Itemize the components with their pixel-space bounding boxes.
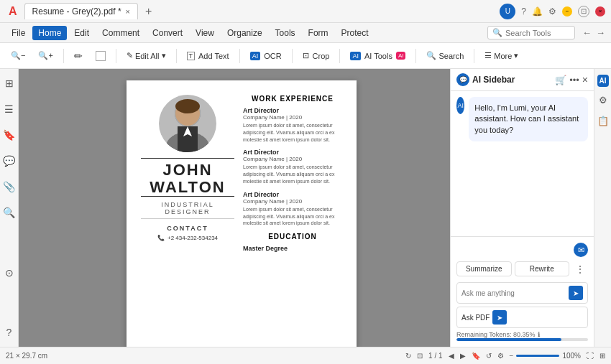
sidebar-icon-comments[interactable]: 💬 bbox=[0, 152, 18, 169]
pdf-job-desc-3: Lorem ipsum dolor sit amet, consectetur … bbox=[243, 206, 342, 227]
sidebar-icon-search[interactable]: 🔍 bbox=[0, 204, 18, 221]
more-button[interactable]: ☰ More ▾ bbox=[479, 49, 523, 62]
annotation-icon bbox=[96, 51, 106, 61]
zoom-slider[interactable] bbox=[516, 355, 559, 357]
menu-form[interactable]: Form bbox=[303, 26, 334, 40]
ask-pdf-label: Ask PDF bbox=[461, 314, 490, 322]
sidebar-icon-thumbnails[interactable]: ☰ bbox=[1, 101, 17, 118]
zoom-in-button[interactable]: 🔍+ bbox=[33, 49, 58, 62]
ai-sidebar-footer: ✉ Summarize Rewrite ⋮ ➤ Ask PDF ➤ Remain… bbox=[451, 236, 594, 347]
edit-all-button[interactable]: ✎ Edit All ▾ bbox=[121, 49, 171, 62]
annotation-button[interactable] bbox=[91, 49, 111, 63]
search-tools-input[interactable] bbox=[505, 29, 570, 37]
sidebar-icon-attachments[interactable]: 📎 bbox=[0, 178, 18, 195]
close-window-button[interactable]: × bbox=[595, 6, 605, 17]
lumi-avatar: AI bbox=[456, 97, 464, 114]
separator-8 bbox=[474, 49, 474, 63]
nav-back-icon[interactable]: ← bbox=[582, 27, 592, 38]
menu-tools[interactable]: Tools bbox=[270, 26, 301, 40]
close-tab-button[interactable]: × bbox=[126, 7, 130, 16]
add-text-button[interactable]: T Add Text bbox=[182, 50, 234, 62]
toolbar: 🔍− 🔍+ ✏ ✎ Edit All ▾ T Add Text AI OCR ⊡… bbox=[0, 43, 611, 69]
page-dimensions: 21 × 29.7 cm bbox=[6, 352, 47, 360]
expand-icon[interactable]: ⊞ bbox=[599, 352, 605, 360]
menu-protect[interactable]: Protect bbox=[336, 26, 375, 40]
summarize-button[interactable]: Summarize bbox=[456, 261, 512, 276]
sidebar-icon-layers[interactable]: ⊙ bbox=[2, 264, 17, 281]
ai-ask-pdf-row: Ask PDF ➤ bbox=[456, 307, 588, 328]
menu-comment[interactable]: Comment bbox=[96, 26, 145, 40]
sidebar-icon-grid[interactable]: ⊞ bbox=[2, 75, 17, 92]
right-icon-bar: AI ⚙ 📋 bbox=[594, 69, 611, 347]
edit-icon: ✎ bbox=[127, 51, 133, 60]
menu-organize[interactable]: Organize bbox=[221, 26, 268, 40]
separator-2 bbox=[116, 49, 116, 63]
next-page-icon[interactable]: ▶ bbox=[460, 352, 466, 360]
ai-tokens-row: Remaining Tokens: 80.35% ℹ bbox=[456, 331, 588, 338]
ai-tools-button[interactable]: AI AI Tools AI bbox=[345, 50, 410, 62]
window-nav-actions: ← → bbox=[582, 27, 605, 38]
right-icon-ai[interactable]: AI bbox=[597, 75, 609, 87]
rewrite-button[interactable]: Rewrite bbox=[515, 261, 570, 276]
menu-view[interactable]: View bbox=[190, 26, 220, 40]
restore-button[interactable]: ⊡ bbox=[578, 6, 589, 17]
search-button[interactable]: 🔍 Search bbox=[421, 49, 469, 62]
right-icon-extra[interactable]: 📋 bbox=[595, 113, 611, 129]
menu-home[interactable]: Home bbox=[32, 26, 67, 40]
add-tab-button[interactable]: + bbox=[142, 5, 155, 18]
pdf-avatar bbox=[159, 95, 216, 152]
zoom-out-button[interactable]: 🔍− bbox=[6, 49, 30, 62]
bookmark-status-icon[interactable]: 🔖 bbox=[472, 352, 480, 360]
highlight-button[interactable]: ✏ bbox=[69, 48, 88, 64]
rotate-icon[interactable]: ↻ bbox=[405, 352, 411, 360]
app-logo: A bbox=[6, 2, 20, 21]
minimize-button[interactable]: − bbox=[562, 6, 572, 17]
separator-4 bbox=[239, 49, 240, 63]
ai-tokens-label: Remaining Tokens: 80.35% bbox=[456, 331, 535, 338]
ai-options-icon[interactable]: ••• bbox=[569, 75, 579, 85]
fullscreen-icon[interactable]: ⛶ bbox=[587, 352, 594, 360]
pdf-edu-title: Master Degree bbox=[243, 245, 342, 252]
menu-edit[interactable]: Edit bbox=[68, 26, 95, 40]
search-tools-box[interactable]: 🔍 bbox=[487, 26, 575, 39]
ocr-button[interactable]: AI OCR bbox=[245, 50, 287, 62]
pdf-left-gray bbox=[76, 80, 127, 347]
ai-tools-icon: AI bbox=[350, 52, 361, 60]
ai-close-button[interactable]: × bbox=[582, 74, 588, 85]
ai-cart-icon[interactable]: 🛒 bbox=[555, 75, 566, 85]
title-bar-right: U ? 🔔 ⚙ − ⊡ × bbox=[500, 4, 605, 19]
ai-greeting-message: Hello, I'm Lumi, your AI assistant. How … bbox=[469, 97, 588, 141]
rotate-cw-icon[interactable]: ↺ bbox=[486, 352, 492, 360]
zoom-in-icon: 🔍+ bbox=[38, 51, 52, 60]
pdf-edu-entry: Master Degree bbox=[243, 245, 342, 252]
menu-convert[interactable]: Convert bbox=[147, 26, 188, 40]
active-tab[interactable]: Resume - Grey(2).pdf * × bbox=[24, 3, 138, 19]
pdf-job-desc-1: Lorem ipsum dolor sit amet, consectetur … bbox=[243, 122, 342, 143]
ai-badge: AI bbox=[396, 52, 406, 60]
ai-more-options-button[interactable]: ⋮ bbox=[572, 261, 588, 276]
main-layout: ⊞ ☰ 🔖 💬 📎 🔍 ⊙ ? bbox=[0, 69, 611, 347]
menu-lines-icon: ☰ bbox=[484, 51, 492, 60]
ai-chat-icon: 💬 bbox=[456, 73, 469, 86]
right-icon-settings[interactable]: ⚙ bbox=[597, 93, 610, 108]
search-icon-toolbar: 🔍 bbox=[426, 51, 436, 60]
menu-file[interactable]: File bbox=[6, 26, 31, 40]
ai-send-button[interactable]: ➤ bbox=[569, 286, 583, 300]
ai-ask-input[interactable] bbox=[461, 289, 566, 297]
ai-send-floating-icon[interactable]: ✉ bbox=[574, 243, 588, 257]
fit-page-icon[interactable]: ⊡ bbox=[417, 352, 423, 360]
pdf-phone-line: 📞 +2 434-232-534234 bbox=[157, 235, 218, 241]
nav-forward-icon[interactable]: → bbox=[596, 27, 605, 38]
svg-point-8 bbox=[180, 115, 195, 123]
sidebar-icon-bookmarks[interactable]: 🔖 bbox=[0, 126, 18, 144]
pdf-page: JOHNWALTON INDUSTRIAL DESIGNER CONTACT 📞… bbox=[127, 80, 357, 347]
ai-greeting-section: AI Hello, I'm Lumi, your AI assistant. H… bbox=[456, 97, 588, 147]
add-text-icon: T bbox=[187, 52, 196, 60]
settings-status-icon[interactable]: ⚙ bbox=[497, 352, 504, 360]
prev-page-icon[interactable]: ◀ bbox=[449, 352, 454, 360]
sidebar-icon-help[interactable]: ? bbox=[4, 324, 15, 341]
zoom-out-status[interactable]: − bbox=[510, 352, 514, 360]
ask-pdf-send-button[interactable]: ➤ bbox=[492, 310, 507, 325]
zoom-control: − 100% bbox=[510, 352, 581, 360]
crop-button[interactable]: ⊡ Crop bbox=[298, 49, 335, 62]
